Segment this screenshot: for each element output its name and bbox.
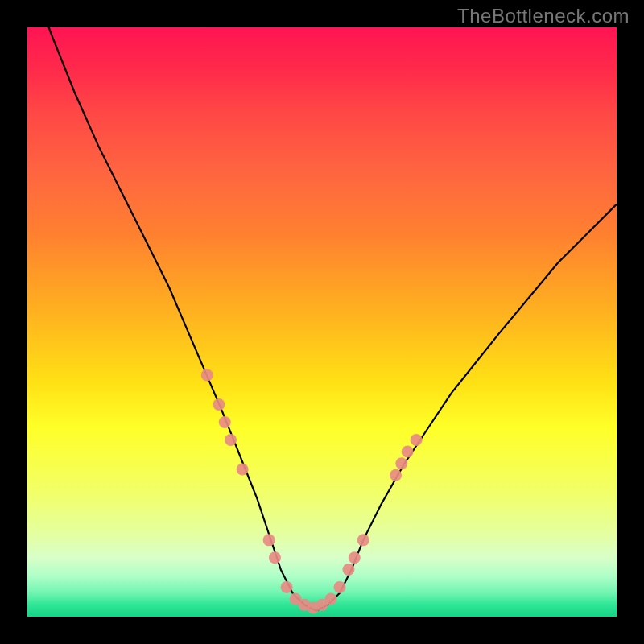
data-marker	[390, 469, 402, 481]
data-marker	[225, 434, 237, 446]
data-marker	[333, 581, 345, 593]
data-marker	[395, 457, 407, 469]
bottleneck-curve-path	[27, 27, 617, 611]
data-marker	[411, 434, 423, 446]
data-marker	[213, 398, 225, 411]
data-marker	[357, 534, 369, 546]
data-marker	[349, 551, 361, 564]
data-marker	[342, 564, 354, 576]
bottleneck-curve	[27, 27, 617, 611]
watermark-text: TheBottleneck.com	[457, 5, 630, 27]
data-marker	[281, 581, 293, 593]
data-marker	[324, 593, 336, 605]
chart-container: TheBottleneck.com	[0, 0, 644, 644]
chart-plot-area	[27, 27, 617, 617]
data-marker	[269, 551, 281, 564]
data-marker	[263, 534, 275, 546]
data-marker	[201, 369, 213, 381]
data-marker	[219, 416, 231, 428]
data-marker	[237, 464, 249, 476]
chart-svg	[27, 27, 617, 617]
data-marker	[402, 446, 414, 458]
